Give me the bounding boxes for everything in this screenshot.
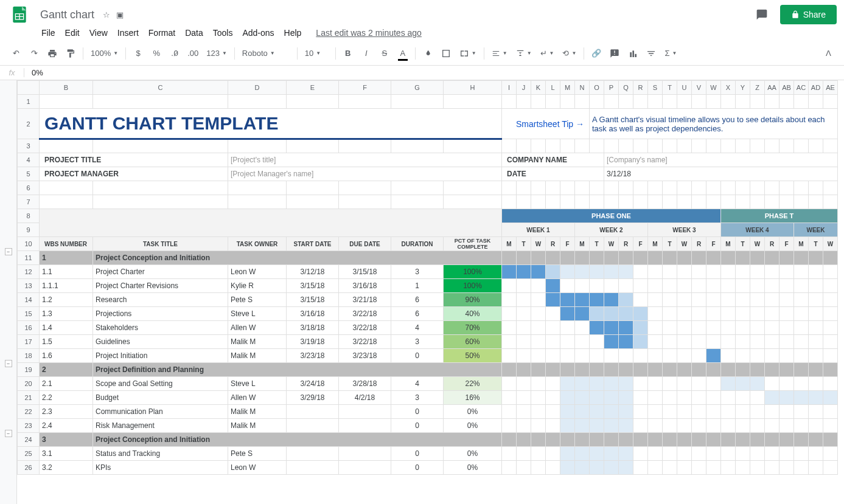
- smartsheet-tip-link[interactable]: Smartsheet Tip →: [502, 109, 590, 139]
- menu-view[interactable]: View: [85, 26, 113, 40]
- col-header[interactable]: I: [502, 81, 517, 95]
- row-header[interactable]: 11: [18, 251, 40, 265]
- functions-dropdown[interactable]: Σ▼: [661, 45, 680, 62]
- col-header[interactable]: T: [663, 81, 677, 95]
- fill-color-button[interactable]: [419, 45, 436, 62]
- row-header[interactable]: 24: [18, 433, 40, 447]
- row-header[interactable]: 2: [18, 109, 40, 139]
- borders-button[interactable]: [438, 45, 455, 62]
- sheets-logo-icon[interactable]: [7, 2, 32, 27]
- col-header[interactable]: J: [517, 81, 531, 95]
- col-header[interactable]: M: [560, 81, 575, 95]
- col-header[interactable]: C: [93, 81, 228, 95]
- col-header[interactable]: AE: [823, 81, 838, 95]
- row-header[interactable]: 3: [18, 139, 40, 153]
- col-header[interactable]: AC: [794, 81, 809, 95]
- menu-file[interactable]: File: [37, 26, 60, 40]
- redo-button[interactable]: ↷: [26, 45, 43, 62]
- col-header[interactable]: L: [546, 81, 560, 95]
- row-header[interactable]: 25: [18, 447, 40, 461]
- merge-dropdown[interactable]: ▼: [456, 45, 480, 62]
- bold-button[interactable]: B: [340, 45, 357, 62]
- col-header[interactable]: G: [391, 81, 444, 95]
- document-title[interactable]: Gantt chart: [37, 7, 98, 22]
- outline-collapse-2[interactable]: −: [5, 360, 12, 367]
- col-header[interactable]: O: [590, 81, 604, 95]
- halign-dropdown[interactable]: ▼: [488, 45, 511, 62]
- menu-edit[interactable]: Edit: [60, 26, 85, 40]
- row-header[interactable]: 1: [18, 95, 40, 109]
- row-header[interactable]: 19: [18, 363, 40, 377]
- comment-button[interactable]: [606, 45, 623, 62]
- chart-button[interactable]: [624, 45, 641, 62]
- row-header[interactable]: 12: [18, 265, 40, 279]
- collapse-toolbar-button[interactable]: ᐱ: [820, 45, 837, 62]
- row-header[interactable]: 13: [18, 279, 40, 293]
- row-header[interactable]: 21: [18, 391, 40, 405]
- print-button[interactable]: [44, 45, 61, 62]
- col-header[interactable]: D: [228, 81, 287, 95]
- col-header[interactable]: W: [706, 81, 721, 95]
- col-header[interactable]: V: [692, 81, 706, 95]
- strike-button[interactable]: S: [376, 45, 393, 62]
- link-button[interactable]: 🔗: [588, 45, 605, 62]
- col-header[interactable]: S: [648, 81, 663, 95]
- wrap-dropdown[interactable]: ↵▼: [537, 45, 558, 62]
- menu-data[interactable]: Data: [180, 26, 208, 40]
- valign-dropdown[interactable]: ▼: [512, 45, 535, 62]
- percent-button[interactable]: %: [148, 45, 165, 62]
- col-header[interactable]: H: [444, 81, 502, 95]
- number-format-dropdown[interactable]: 123▼: [203, 45, 231, 62]
- row-header[interactable]: 4: [18, 153, 40, 167]
- col-header[interactable]: X: [721, 81, 736, 95]
- col-header[interactable]: AD: [809, 81, 823, 95]
- col-header[interactable]: R: [633, 81, 648, 95]
- col-header[interactable]: Y: [736, 81, 750, 95]
- col-header[interactable]: Q: [619, 81, 633, 95]
- paint-format-button[interactable]: [62, 45, 79, 62]
- row-header[interactable]: 15: [18, 307, 40, 321]
- decimal-inc-button[interactable]: .00: [184, 45, 201, 62]
- col-header[interactable]: B: [40, 81, 93, 95]
- row-header[interactable]: 5: [18, 167, 40, 181]
- menu-addons[interactable]: Add-ons: [237, 26, 279, 40]
- currency-button[interactable]: $: [130, 45, 147, 62]
- text-color-button[interactable]: A: [394, 45, 411, 62]
- last-edit-link[interactable]: Last edit was 2 minutes ago: [311, 26, 427, 40]
- undo-button[interactable]: ↶: [7, 45, 24, 62]
- spreadsheet-grid[interactable]: BCDEFGHIJKLMNOPQRSTUVWXYZAAABACADAE 12GA…: [17, 80, 844, 504]
- folder-icon[interactable]: ▣: [116, 10, 124, 19]
- share-button[interactable]: Share: [780, 5, 837, 24]
- row-header[interactable]: 18: [18, 349, 40, 363]
- row-header[interactable]: 10: [18, 237, 40, 251]
- font-dropdown[interactable]: Roboto▼: [239, 45, 293, 62]
- formula-input[interactable]: 0%: [24, 68, 51, 77]
- col-header[interactable]: E: [287, 81, 339, 95]
- row-header[interactable]: 26: [18, 461, 40, 475]
- row-header[interactable]: 7: [18, 195, 40, 209]
- col-header[interactable]: Z: [750, 81, 765, 95]
- col-header[interactable]: P: [604, 81, 619, 95]
- outline-collapse-3[interactable]: −: [5, 430, 12, 437]
- col-header[interactable]: K: [531, 81, 546, 95]
- star-icon[interactable]: ☆: [103, 10, 110, 19]
- italic-button[interactable]: I: [358, 45, 375, 62]
- row-header[interactable]: 20: [18, 377, 40, 391]
- row-header[interactable]: 6: [18, 181, 40, 195]
- row-header[interactable]: 23: [18, 419, 40, 433]
- font-size-dropdown[interactable]: 10▼: [301, 45, 332, 62]
- menu-format[interactable]: Format: [144, 26, 180, 40]
- row-header[interactable]: 14: [18, 293, 40, 307]
- menu-insert[interactable]: Insert: [113, 26, 144, 40]
- decimal-dec-button[interactable]: .0̷: [166, 45, 183, 62]
- comments-button[interactable]: [751, 4, 773, 26]
- col-header[interactable]: N: [575, 81, 590, 95]
- filter-button[interactable]: [643, 45, 660, 62]
- col-header[interactable]: U: [677, 81, 692, 95]
- row-header[interactable]: 8: [18, 209, 40, 223]
- col-header[interactable]: F: [339, 81, 391, 95]
- row-header[interactable]: 16: [18, 321, 40, 335]
- rotate-dropdown[interactable]: ⟲▼: [559, 45, 580, 62]
- col-header[interactable]: AA: [765, 81, 779, 95]
- row-header[interactable]: 17: [18, 335, 40, 349]
